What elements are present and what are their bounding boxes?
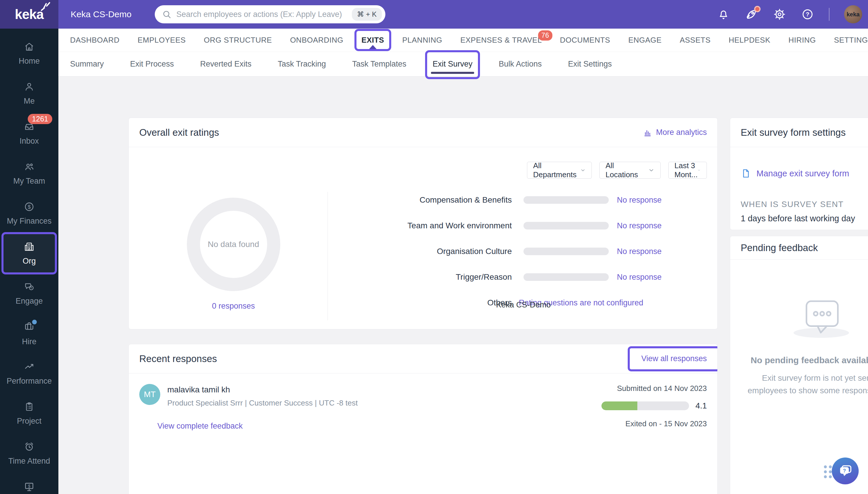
rating-row: Organisation Culture No response	[328, 239, 707, 264]
period-filter[interactable]: Last 3 Mont...	[668, 162, 707, 179]
nav-documents[interactable]: DOCUMENTS	[560, 28, 610, 52]
help-chat-button[interactable]: ?	[832, 457, 859, 484]
tab-exit-settings[interactable]: Exit Settings	[568, 52, 612, 76]
home-icon	[24, 41, 35, 52]
manage-exit-survey-form-link[interactable]: Manage exit survey form	[741, 168, 868, 179]
tab-task-templates[interactable]: Task Templates	[352, 52, 406, 76]
main-region: DASHBOARD EMPLOYEES ORG STRUCTURE ONBOAR…	[58, 28, 868, 494]
exited-date: Exited on - 15 Nov 2023	[625, 419, 707, 428]
nav-engage[interactable]: ENGAGE	[628, 28, 661, 52]
help-icon: ?	[801, 8, 814, 21]
ratings-body: No data found 0 responses Compensation &…	[129, 186, 717, 320]
nav-dashboard[interactable]: DASHBOARD	[70, 28, 119, 52]
tab-bulk-actions[interactable]: Bulk Actions	[499, 52, 542, 76]
nav-expenses-travel[interactable]: EXPENSES & TRAVEL 76	[460, 28, 542, 52]
main-nav: DASHBOARD EMPLOYEES ORG STRUCTURE ONBOAR…	[58, 28, 868, 52]
no-response-link[interactable]: No response	[617, 196, 661, 205]
rocket-notification-dot	[754, 6, 760, 12]
when-survey-sent-label: WHEN IS SURVEY SENT	[741, 200, 868, 209]
more-analytics-link[interactable]: More analytics	[643, 128, 707, 137]
no-response-link[interactable]: No response	[617, 247, 661, 256]
rating-bar-track	[523, 196, 609, 204]
user-avatar[interactable]: keka	[844, 5, 862, 23]
help-button[interactable]: ?	[801, 7, 814, 21]
pending-empty-body: Exit survey form is not yet sent to empl…	[744, 372, 868, 397]
sidebar-item-payroll[interactable]: $ Payroll	[3, 473, 55, 494]
locations-filter[interactable]: All Locations	[599, 162, 661, 179]
sidebar-item-time-attend[interactable]: Time Attend	[3, 433, 55, 473]
sidebar-item-label: Org	[22, 256, 36, 266]
widget-drag-handle[interactable]	[824, 466, 832, 478]
engage-icon	[24, 281, 35, 292]
sidebar-item-my-finances[interactable]: $ My Finances	[3, 193, 55, 233]
employee-name: malavika tamil kh	[167, 385, 358, 395]
view-all-responses-link[interactable]: View all responses	[641, 354, 707, 363]
time-attend-icon	[24, 441, 35, 452]
user-icon	[24, 81, 35, 92]
sidebar-item-inbox[interactable]: 1261 Inbox	[3, 113, 55, 153]
app-root: keka Keka CS-Demo ⌘ + K	[0, 0, 868, 494]
responses-count-link[interactable]: 0 responses	[212, 302, 255, 311]
search-input[interactable]	[176, 10, 352, 19]
no-response-link[interactable]: No response	[617, 273, 661, 282]
tab-exit-process[interactable]: Exit Process	[130, 52, 174, 76]
sidebar-item-label: Engage	[16, 297, 43, 306]
sidebar-item-label: My Finances	[7, 217, 51, 226]
rating-bar-track	[523, 248, 609, 255]
recent-response-row: MT malavika tamil kh Product Specialist …	[129, 374, 717, 441]
pending-feedback-card: Pending feedback No pending feedback ava…	[730, 236, 868, 494]
recent-responses-card: Recent responses View all responses MT m…	[129, 344, 718, 494]
chat-question-icon: ?	[837, 463, 853, 479]
sidebar-item-my-team[interactable]: My Team	[3, 153, 55, 193]
nav-org-structure[interactable]: ORG STRUCTURE	[204, 28, 272, 52]
when-survey-sent-value: 1 days before last working day	[741, 214, 868, 223]
nav-planning[interactable]: PLANNING	[402, 28, 442, 52]
sidebar-item-org[interactable]: Org	[3, 233, 55, 273]
nav-assets[interactable]: ASSETS	[680, 28, 711, 52]
sidebar-item-label: Time Attend	[8, 457, 50, 466]
nav-hiring[interactable]: HIRING	[788, 28, 816, 52]
org-annotation-box	[1, 232, 57, 274]
sidebar-item-hire[interactable]: Hire	[3, 313, 55, 353]
svg-text:?: ?	[806, 11, 809, 18]
tab-exit-survey[interactable]: Exit Survey	[433, 52, 473, 76]
ratings-card-header: Overall exit ratings More analytics	[129, 118, 717, 147]
sidebar-item-engage[interactable]: Engage	[3, 273, 55, 313]
nav-exits[interactable]: EXITS	[362, 28, 384, 52]
finances-icon: $	[24, 201, 35, 212]
no-response-link[interactable]: No response	[617, 221, 661, 230]
inbox-count-badge: 1261	[28, 114, 52, 124]
topbar-divider	[829, 8, 829, 21]
topbar-actions: ? keka	[717, 0, 862, 28]
settings-card-header: Exit survey form settings	[730, 118, 868, 147]
overall-exit-ratings-card: Overall exit ratings More analytics All …	[129, 118, 718, 329]
response-score-value: 4.1	[695, 401, 707, 411]
nav-settings[interactable]: SETTINGS	[834, 28, 868, 52]
nav-onboarding[interactable]: ONBOARDING	[290, 28, 343, 52]
sidebar-item-me[interactable]: Me	[3, 73, 55, 113]
tab-reverted-exits[interactable]: Reverted Exits	[200, 52, 252, 76]
rating-row: Team and Work environment No response	[328, 213, 707, 239]
team-icon	[24, 161, 35, 172]
whats-new-button[interactable]	[745, 7, 758, 21]
nav-helpdesk[interactable]: HELPDESK	[729, 28, 771, 52]
tab-summary[interactable]: Summary	[70, 52, 104, 76]
search-bar[interactable]: ⌘ + K	[155, 5, 385, 23]
tab-task-tracking[interactable]: Task Tracking	[278, 52, 326, 76]
notifications-button[interactable]	[717, 7, 730, 21]
sidebar-item-home[interactable]: Home	[3, 33, 55, 73]
bell-icon	[717, 8, 730, 21]
departments-filter[interactable]: All Departments	[527, 162, 592, 179]
keka-logo[interactable]: keka	[0, 0, 58, 28]
nav-employees[interactable]: EMPLOYEES	[137, 28, 186, 52]
logo-spark-icon	[39, 2, 51, 12]
sidebar-item-label: Me	[24, 97, 35, 106]
sidebar-item-performance[interactable]: Performance	[3, 353, 55, 393]
donut-empty-label: No data found	[208, 240, 259, 249]
sidebar-item-project[interactable]: Project	[3, 393, 55, 433]
org-icon	[24, 241, 35, 252]
settings-button[interactable]	[773, 7, 786, 21]
view-complete-feedback-link[interactable]: View complete feedback	[157, 422, 358, 431]
project-icon	[24, 401, 35, 412]
left-column: Overall exit ratings More analytics All …	[129, 118, 718, 494]
